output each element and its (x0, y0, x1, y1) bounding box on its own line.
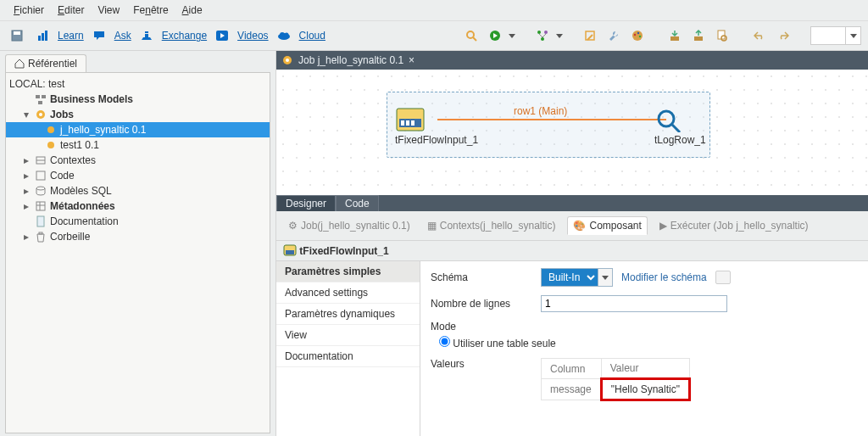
run-combo[interactable] (810, 26, 861, 45)
menu-fichier[interactable]: Fichier (7, 2, 51, 19)
tree-contextes[interactable]: ▸Contextes (6, 153, 270, 168)
ptab-executer[interactable]: ▶Exécuter (Job j_hello_synaltic) (654, 217, 814, 234)
svg-point-17 (632, 31, 643, 41)
side-parametres-dynamiques[interactable]: Paramètres dynamiques (276, 304, 420, 325)
tab-code[interactable]: Code (336, 195, 379, 211)
menu-fenetre[interactable]: Fenêtre (126, 2, 175, 19)
menu-aide[interactable]: Aide (175, 2, 209, 19)
tree-metadonnees[interactable]: ▸Métadonnées (6, 198, 270, 214)
svg-rect-16 (586, 31, 594, 40)
tree-local: LOCAL: test (6, 76, 270, 92)
menu-view[interactable]: View (91, 2, 126, 19)
cloud-link[interactable]: Cloud (299, 30, 326, 42)
ask-link[interactable]: Ask (114, 30, 131, 42)
wrench-icon[interactable] (604, 27, 624, 44)
tree-jobs[interactable]: ▾Jobs (6, 107, 270, 122)
svg-rect-1 (14, 31, 20, 35)
job-tab-icon (281, 54, 293, 66)
side-parametres-simples[interactable]: Paramètres simples (276, 261, 420, 282)
svg-point-29 (39, 113, 42, 116)
cloud-icon[interactable] (274, 27, 294, 44)
videos-link[interactable]: Videos (237, 30, 268, 42)
branch-icon[interactable] (532, 27, 553, 44)
run-dropdown-icon[interactable] (509, 34, 515, 38)
tab-referentiel-label: Référentiel (28, 58, 77, 70)
ptab-contexts[interactable]: ▦Contexts(j_hello_synaltic) (422, 217, 561, 234)
videos-icon[interactable] (212, 27, 232, 44)
menu-bar: Fichier Editer View Fenêtre Aide (0, 0, 868, 21)
edit-icon[interactable] (580, 27, 600, 44)
node-tlogrow[interactable]: tLogRow_1 (654, 107, 706, 146)
valeurs-table[interactable]: Column Valeur message "Hello Synaltic" (541, 358, 691, 401)
label-mode: Mode (431, 321, 532, 333)
tree-modeles-sql[interactable]: ▸Modèles SQL (6, 183, 270, 198)
editor-tab-job[interactable]: Job j_hello_synaltic 0.1 (298, 54, 403, 66)
svg-rect-39 (37, 216, 44, 226)
tree-job-j-hello-synaltic[interactable]: j_hello_synaltic 0.1 (6, 122, 270, 137)
cell-column-message[interactable]: message (542, 379, 602, 400)
svg-point-13 (537, 31, 541, 34)
tree-business-models[interactable]: Business Models (6, 92, 270, 107)
svg-point-20 (639, 36, 641, 37)
svg-point-42 (286, 59, 289, 62)
close-icon[interactable]: × (409, 54, 415, 66)
menu-editer[interactable]: Editer (51, 2, 91, 19)
svg-rect-46 (406, 120, 409, 126)
tree-code[interactable]: ▸Code (6, 168, 270, 183)
ptab-composant[interactable]: 🎨Composant (567, 216, 647, 235)
exchange-icon[interactable] (136, 27, 157, 44)
flow-label: row1 (Main) (514, 105, 567, 117)
side-advanced-settings[interactable]: Advanced settings (276, 282, 420, 304)
side-documentation[interactable]: Documentation (276, 346, 420, 367)
svg-point-14 (544, 31, 548, 34)
tree-corbeille[interactable]: ▸Corbeille (6, 229, 270, 244)
exchange-link[interactable]: Exchange (162, 30, 207, 42)
tab-designer[interactable]: Designer (276, 195, 336, 211)
learn-link[interactable]: Learn (58, 30, 84, 42)
side-view[interactable]: View (276, 325, 420, 346)
svg-rect-51 (286, 250, 294, 254)
ptab-job[interactable]: ⚙Job(j_hello_synaltic 0.1) (283, 217, 415, 234)
job-icon (45, 124, 57, 136)
ask-icon[interactable] (89, 27, 109, 44)
save-icon[interactable] (7, 27, 27, 44)
mode-radio-table-seule[interactable]: Utiliser une table seule (439, 336, 556, 349)
nombre-lignes-input[interactable] (541, 295, 727, 312)
undo-icon[interactable] (749, 27, 770, 44)
svg-rect-2 (38, 36, 41, 41)
schema-edit-button[interactable] (715, 271, 731, 284)
svg-rect-47 (411, 120, 415, 126)
tab-referentiel[interactable]: Référentiel (5, 54, 86, 72)
palette-icon[interactable] (627, 27, 648, 44)
label-valeurs: Valeurs (431, 358, 532, 370)
cell-valeur-message[interactable]: "Hello Synaltic" (601, 379, 689, 400)
contexts-icon (35, 154, 47, 166)
import-icon[interactable] (665, 27, 685, 44)
learn-icon[interactable] (32, 27, 53, 44)
export-icon[interactable] (688, 27, 709, 44)
schema-dropdown-button[interactable] (598, 268, 613, 287)
svg-rect-4 (45, 31, 47, 41)
component-body: Paramètres simples Advanced settings Par… (276, 260, 868, 436)
find-doc-icon[interactable] (712, 27, 732, 44)
svg-point-31 (47, 142, 54, 148)
svg-line-49 (672, 125, 680, 132)
node-tlogrow-label: tLogRow_1 (654, 134, 706, 146)
search-icon[interactable] (461, 27, 481, 44)
tree-documentation[interactable]: Documentation (6, 214, 270, 229)
label-schema: Schéma (431, 271, 532, 283)
svg-rect-22 (694, 36, 703, 41)
editor-pane: Job j_hello_synaltic 0.1 × row1 (Main) t… (276, 51, 868, 436)
modifier-schema-link[interactable]: Modifier le schéma (621, 271, 707, 283)
branch-dropdown-icon[interactable] (556, 34, 563, 38)
schema-select[interactable]: Built-In (541, 268, 598, 287)
tree-job-test1[interactable]: test1 0.1 (6, 137, 270, 153)
node-tfixedflowinput[interactable]: tFixedFlowInput_1 (395, 107, 478, 146)
component-form: Schéma Built-In Modifier le schéma Nombr… (420, 261, 868, 436)
palette-icon: 🎨 (573, 220, 586, 232)
redo-icon[interactable] (773, 27, 793, 44)
run-icon[interactable] (485, 27, 505, 44)
svg-rect-3 (42, 33, 44, 41)
col-header-valeur: Valeur (601, 359, 689, 379)
design-canvas[interactable]: row1 (Main) tFixedFlowInput_1 tLogRow_1 (276, 70, 868, 195)
